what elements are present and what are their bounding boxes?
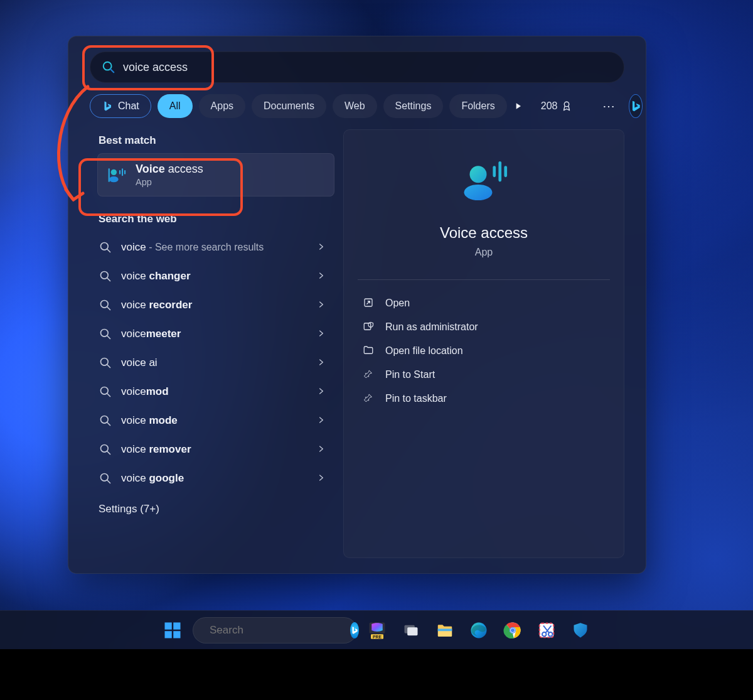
admin-shield-icon: [363, 321, 375, 333]
svg-line-26: [107, 480, 110, 483]
svg-line-14: [107, 307, 110, 310]
taskbar-app-security[interactable]: [567, 617, 594, 644]
chevron-right-icon: [317, 387, 326, 397]
taskbar-search[interactable]: [193, 617, 357, 643]
windows-security-icon: [572, 622, 589, 639]
web-result-label: voice changer: [121, 270, 308, 283]
chevron-right-icon: [317, 444, 326, 455]
chevron-right-icon: [317, 300, 326, 311]
chip-label: Documents: [264, 100, 314, 112]
search-icon: [99, 356, 112, 370]
filter-chip-web[interactable]: Web: [333, 94, 377, 118]
svg-line-16: [107, 336, 110, 339]
search-icon: [99, 385, 112, 399]
results-column: Best match Voice access App: [90, 129, 334, 558]
taskbar-app-taskview[interactable]: [397, 617, 425, 644]
voice-access-icon-large: [456, 153, 512, 209]
svg-point-27: [470, 166, 487, 183]
taskbar-search-input[interactable]: [210, 624, 343, 637]
filter-chip-settings[interactable]: Settings: [383, 94, 444, 118]
svg-rect-44: [407, 627, 417, 635]
action-label: Pin to Start: [385, 369, 435, 380]
svg-rect-6: [119, 170, 120, 175]
web-result-label: voice mode: [121, 414, 308, 427]
pin-icon: [363, 369, 375, 381]
file-explorer-icon: [435, 621, 454, 640]
bing-icon[interactable]: [350, 622, 359, 638]
svg-point-28: [464, 184, 493, 200]
search-icon: [99, 269, 112, 283]
bing-icon: [629, 100, 642, 112]
web-result-label: voice remover: [121, 443, 308, 456]
web-result-item[interactable]: voice remover: [90, 436, 334, 463]
filter-chip-documents[interactable]: Documents: [252, 94, 326, 118]
chip-label: Web: [344, 100, 365, 112]
web-result-label: voice - See more search results: [121, 241, 308, 254]
svg-line-22: [107, 423, 110, 426]
action-label: Open file location: [385, 345, 463, 357]
web-result-item[interactable]: voice mode: [90, 407, 334, 434]
taskbar-app-snipping[interactable]: [533, 617, 560, 644]
chip-label: Chat: [118, 100, 139, 112]
best-match-label: Best match: [90, 129, 334, 153]
chevron-right-icon: [317, 358, 326, 369]
detail-pane: Voice access App Open Run as administrat…: [343, 129, 624, 558]
filter-chip-all[interactable]: All: [158, 94, 193, 118]
filter-chip-folders[interactable]: Folders: [449, 94, 506, 118]
snipping-tool-icon: [537, 621, 556, 640]
search-input[interactable]: [123, 61, 612, 74]
chip-label: Apps: [211, 100, 233, 112]
web-result-item[interactable]: voice recorder: [90, 292, 334, 318]
web-result-item[interactable]: voicemod: [90, 379, 334, 405]
svg-rect-29: [493, 166, 496, 177]
settings-more-results[interactable]: Settings (7+): [90, 498, 334, 522]
web-result-label: voice recorder: [121, 299, 308, 311]
chevron-right-icon: [317, 242, 326, 253]
web-result-label: voice google: [121, 472, 308, 485]
start-button[interactable]: [159, 617, 186, 644]
rewards-points[interactable]: 208: [541, 100, 573, 112]
taskview-icon: [402, 622, 420, 639]
svg-rect-37: [173, 631, 180, 638]
web-result-item[interactable]: voice google: [90, 465, 334, 492]
web-result-label: voicemod: [121, 385, 308, 398]
search-icon: [99, 414, 112, 428]
svg-rect-46: [438, 628, 452, 631]
web-result-item[interactable]: voicemeeter: [90, 321, 334, 347]
search-icon: [99, 443, 112, 456]
search-icon: [99, 240, 112, 254]
filter-chip-apps[interactable]: Apps: [199, 94, 245, 118]
web-result-item[interactable]: voice - See more search results: [90, 234, 334, 261]
web-result-item[interactable]: voice changer: [90, 263, 334, 289]
action-open-location[interactable]: Open file location: [358, 339, 610, 363]
taskbar-app-chrome[interactable]: [499, 617, 526, 644]
points-value: 208: [541, 100, 558, 112]
action-open[interactable]: Open: [358, 291, 610, 315]
action-pin-taskbar[interactable]: Pin to taskbar: [358, 387, 610, 411]
taskbar-app-explorer[interactable]: [431, 617, 459, 644]
folder-icon: [363, 345, 375, 357]
taskbar-app-copilot[interactable]: PRE: [363, 617, 391, 644]
svg-rect-35: [173, 622, 180, 629]
action-label: Open: [385, 298, 410, 309]
search-icon: [99, 327, 112, 341]
action-run-admin[interactable]: Run as administrator: [358, 315, 610, 339]
taskbar-app-edge[interactable]: [465, 617, 493, 644]
copilot-pre-icon: PRE: [368, 621, 387, 640]
detail-title: Voice access: [440, 224, 528, 242]
letterbox-bottom: [0, 649, 753, 700]
more-options-icon[interactable]: ⋯: [602, 99, 615, 114]
action-pin-start[interactable]: Pin to Start: [358, 363, 610, 387]
svg-line-24: [107, 451, 110, 455]
filter-chip-chat[interactable]: Chat: [90, 94, 151, 118]
best-match-subtitle: App: [136, 177, 203, 187]
svg-line-1: [110, 69, 114, 72]
best-match-result[interactable]: Voice access App: [97, 153, 334, 197]
web-result-label: voice ai: [121, 357, 308, 369]
filter-scroll-right-icon[interactable]: [513, 95, 523, 117]
web-result-item[interactable]: voice ai: [90, 350, 334, 376]
svg-rect-33: [364, 323, 371, 330]
search-bar[interactable]: [90, 51, 624, 83]
svg-line-10: [107, 249, 110, 252]
bing-chat-button[interactable]: [629, 94, 643, 118]
